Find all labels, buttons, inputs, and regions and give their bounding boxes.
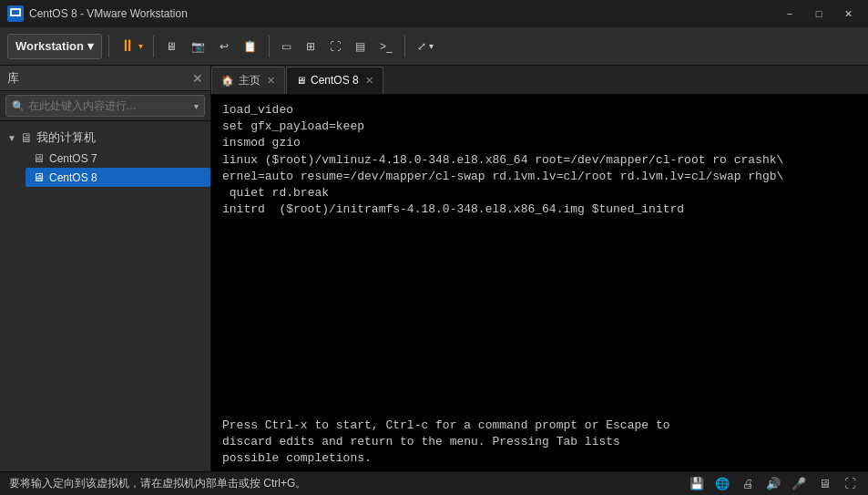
- my-computer-label: 我的计算机: [36, 129, 96, 146]
- vm-label-centos7: CentOS 7: [49, 152, 97, 165]
- svg-rect-1: [12, 10, 19, 15]
- status-network-icon: 🌐: [713, 475, 731, 493]
- tab-home-label: 主页: [239, 73, 260, 88]
- view-console-button[interactable]: ▤: [350, 32, 371, 61]
- resize-icon: ⤢: [417, 40, 426, 53]
- revert-icon: ↩: [220, 40, 229, 53]
- vm-item-centos8[interactable]: 🖥 CentOS 8: [26, 168, 210, 187]
- sidebar-close-button[interactable]: ✕: [192, 72, 203, 85]
- resize-dropdown: ▾: [429, 41, 434, 51]
- tab-centos8-label: CentOS 8: [311, 74, 359, 87]
- snapshot-manager-button[interactable]: 📋: [238, 32, 262, 61]
- vm-list: 🖥 CentOS 7 🖥 CentOS 8: [0, 149, 210, 187]
- status-hdd-icon: 💾: [688, 475, 706, 493]
- console-icon: ▤: [355, 40, 365, 53]
- search-container: 🔍 ▾: [5, 95, 205, 117]
- workstation-label: Workstation: [15, 39, 84, 53]
- search-dropdown-arrow[interactable]: ▾: [194, 101, 199, 111]
- pause-button[interactable]: ⏸ ▾: [116, 32, 147, 61]
- layers-icon: 📋: [243, 40, 257, 53]
- pause-dropdown: ▾: [138, 41, 143, 51]
- sidebar-header: 库 ✕: [0, 66, 210, 91]
- status-mic-icon: 🎤: [790, 475, 808, 493]
- resize-button[interactable]: ⤢ ▾: [412, 32, 439, 61]
- view-terminal-button[interactable]: >_: [374, 32, 398, 61]
- vm-terminal[interactable]: load_video set gfx_payload=keep insmod g…: [211, 95, 868, 471]
- status-audio-icon: 🔊: [764, 475, 782, 493]
- tab-centos8-close[interactable]: ✕: [365, 75, 373, 87]
- window-icon: ▭: [281, 40, 291, 53]
- window-controls: − □ ✕: [777, 5, 861, 23]
- titlebar: CentOS 8 - VMware Workstation − □ ✕: [0, 0, 868, 27]
- view-normal-button[interactable]: ▭: [276, 32, 297, 61]
- fullscreen-icon: ⛶: [330, 40, 341, 53]
- vm-tree: ▼ 🖥 我的计算机 🖥 CentOS 7 🖥 CentOS 8: [0, 121, 210, 471]
- toolbar-divider-1: [108, 36, 109, 57]
- status-fullscreen-icon: ⛶: [841, 475, 859, 493]
- snapshot-button[interactable]: 📷: [186, 32, 210, 61]
- tab-home-close[interactable]: ✕: [267, 75, 275, 87]
- monitor-icon: 🖥: [166, 40, 177, 53]
- statusbar: 要将输入定向到该虚拟机，请在虚拟机内部单击或按 Ctrl+G。 💾 🌐 🖨 🔊 …: [0, 471, 868, 495]
- terminal-icon: >_: [380, 40, 393, 53]
- tab-vm-icon: 🖥: [296, 75, 306, 86]
- vm-icon-centos7: 🖥: [33, 151, 45, 165]
- toolbar-divider-4: [404, 36, 405, 57]
- app-icon: [7, 5, 24, 22]
- home-icon: 🏠: [221, 75, 234, 87]
- content-area: 🏠 主页 ✕ 🖥 CentOS 8 ✕ load_video set gfx_p…: [211, 66, 868, 471]
- minimize-button[interactable]: −: [777, 5, 802, 23]
- maximize-button[interactable]: □: [806, 5, 832, 23]
- window-title: CentOS 8 - VMware Workstation: [29, 7, 777, 20]
- search-bar: 🔍 ▾: [0, 91, 210, 121]
- tab-bar: 🏠 主页 ✕ 🖥 CentOS 8 ✕: [211, 66, 868, 95]
- sidebar: 库 ✕ 🔍 ▾ ▼ 🖥 我的计算机 🖥 CentOS 7: [0, 66, 211, 471]
- tab-centos8[interactable]: 🖥 CentOS 8 ✕: [286, 67, 383, 94]
- send-ctrl-alt-del-button[interactable]: 🖥: [160, 32, 182, 61]
- computer-icon: 🖥: [20, 130, 33, 145]
- library-title: 库: [7, 70, 19, 87]
- workstation-menu-button[interactable]: Workstation ▾: [7, 34, 102, 59]
- tab-home[interactable]: 🏠 主页 ✕: [211, 67, 285, 94]
- my-computer-header[interactable]: ▼ 🖥 我的计算机: [0, 127, 210, 149]
- toolbar-divider-3: [269, 36, 270, 57]
- view-fullscreen-button[interactable]: ⛶: [324, 32, 346, 61]
- my-computer-group: ▼ 🖥 我的计算机 🖥 CentOS 7 🖥 CentOS 8: [0, 125, 210, 189]
- unity-icon: ⊞: [306, 40, 315, 53]
- view-unity-button[interactable]: ⊞: [301, 32, 321, 61]
- vm-item-centos7[interactable]: 🖥 CentOS 7: [26, 149, 210, 168]
- expand-arrow: ▼: [7, 133, 16, 143]
- main-area: 库 ✕ 🔍 ▾ ▼ 🖥 我的计算机 🖥 CentOS 7: [0, 66, 868, 471]
- status-message: 要将输入定向到该虚拟机，请在虚拟机内部单击或按 Ctrl+G。: [9, 476, 306, 491]
- revert-snapshot-button[interactable]: ↩: [214, 32, 234, 61]
- pause-icon: ⏸: [119, 36, 136, 56]
- status-usb-icon: 🖨: [739, 475, 757, 493]
- search-input[interactable]: [28, 99, 194, 112]
- search-icon: 🔍: [12, 100, 25, 112]
- close-button[interactable]: ✕: [835, 5, 861, 23]
- vm-label-centos8: CentOS 8: [49, 171, 97, 184]
- toolbar: Workstation ▾ ⏸ ▾ 🖥 📷 ↩ 📋 ▭ ⊞ ⛶ ▤ >_ ⤢ ▾: [0, 27, 868, 66]
- vm-icon-centos8: 🖥: [33, 170, 45, 184]
- status-display-icon: 🖥: [815, 475, 833, 493]
- toolbar-divider-2: [153, 36, 154, 57]
- workstation-dropdown-arrow: ▾: [87, 39, 94, 53]
- statusbar-icons: 💾 🌐 🖨 🔊 🎤 🖥 ⛶: [688, 475, 859, 493]
- camera-icon: 📷: [191, 40, 205, 53]
